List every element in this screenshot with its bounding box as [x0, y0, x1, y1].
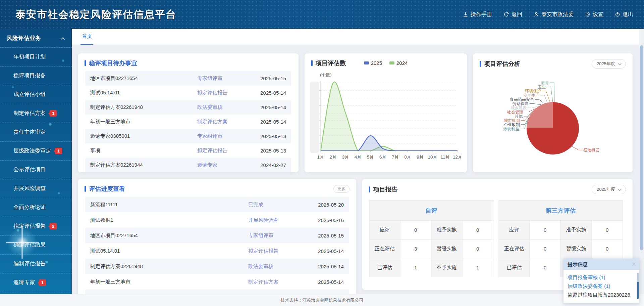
stat-label: 应评	[499, 221, 530, 239]
sidebar-item-subject-review[interactable]: 责任主体审定	[0, 123, 72, 142]
sidebar-group-risk-assessment[interactable]: 风险评估业务	[0, 29, 72, 48]
return-icon	[503, 12, 509, 17]
date: 2025-05-14	[251, 104, 286, 110]
sidebar-item-compile-report[interactable]: 编制评估报告	[0, 255, 72, 273]
app-window: 泰安市社会稳定风险评估信息平台 操作手册 返回 泰安市政法委 设置 退出	[0, 0, 644, 306]
project-name: 事项	[90, 147, 197, 154]
status-link[interactable]: 拟定评估报告	[248, 248, 309, 254]
sidebar-item-analysis[interactable]: 全面分析论证	[0, 198, 72, 217]
sidebar-item-invite-experts[interactable]: 邀请专家1	[0, 273, 72, 292]
gear-icon	[585, 12, 590, 17]
progress-row: 测试05.14.01拟定评估报告2025-05-14	[85, 243, 349, 259]
manual-button[interactable]: 操作手册	[463, 11, 492, 18]
sidebar-item-confirm-result[interactable]: 确定评估结果	[0, 236, 72, 255]
sidebar-item-annual-plan[interactable]: 年初项目计划	[0, 48, 72, 67]
sidebar-item-risk-survey[interactable]: 开展风险调查	[0, 179, 72, 198]
date: 2025-05-14	[251, 90, 286, 96]
date: 2025-05-15	[309, 233, 344, 238]
chevron-up-icon	[61, 35, 65, 42]
date: 2025-05-16	[309, 217, 344, 223]
stat-value: 0	[530, 258, 561, 277]
stat-value: 1	[400, 258, 431, 277]
footer: 技术支持：江苏海盟金网信息技术有限公司	[0, 294, 644, 306]
card-title: 项目报告	[373, 185, 397, 193]
count-badge: 1	[50, 110, 57, 117]
action-link[interactable]: 邀请专家	[197, 162, 251, 168]
toast-link[interactable]: 项目报备审核 (1)	[568, 273, 635, 282]
status-link[interactable]: 已完成	[248, 202, 309, 208]
title-bar-accent	[369, 186, 370, 192]
close-icon[interactable]	[632, 262, 636, 266]
svg-text:7月: 7月	[392, 155, 399, 160]
project-name: 新流程11111	[90, 202, 248, 208]
table-header: 第三方评估	[499, 201, 623, 221]
status-link[interactable]: 专家组评审	[248, 232, 309, 239]
toast-link[interactable]: 层级政法委备案 (1)	[568, 282, 635, 291]
logout-button[interactable]: 退出	[615, 11, 633, 18]
stat-value: 0	[530, 239, 561, 258]
status-link[interactable]: 开展风险调查	[248, 217, 309, 223]
svg-text:11月: 11月	[440, 155, 450, 160]
chevron-down-icon	[618, 61, 622, 67]
action-link[interactable]: 拟定评估报告	[197, 147, 251, 154]
stat-label: 正在评估	[499, 239, 530, 258]
tab-bar: 首页	[72, 29, 644, 45]
notification-toast: 提示信息 项目报备审核 (1) 层级政法委备案 (1) 简易过往项目报备2023…	[564, 259, 639, 303]
toast-title: 提示信息	[568, 261, 588, 268]
todo-row: 事项拟定评估报告2025-05-13	[85, 143, 291, 158]
status-link[interactable]: 政法委审核	[248, 263, 309, 270]
page-title: 泰安市社会稳定风险评估信息平台	[15, 8, 176, 21]
legend-item-2024[interactable]: 2024	[389, 60, 408, 66]
stat-value: 0	[530, 221, 561, 239]
project-name: 年初一般三方地市	[90, 279, 248, 285]
sidebar-item-publicize[interactable]: 公示评估项目	[0, 161, 72, 179]
date: 2025-05-13	[251, 133, 286, 139]
action-link[interactable]: 政法委审核	[197, 104, 251, 111]
action-link[interactable]: 专家组评审	[197, 133, 251, 139]
stat-label: 正在评估	[369, 239, 400, 258]
project-name: 制定评估方案02261944	[90, 162, 197, 168]
year-select[interactable]: 2025年度	[592, 185, 626, 194]
title-bar-accent	[85, 60, 86, 66]
sidebar-item-make-plan[interactable]: 制定评估方案1	[0, 104, 72, 123]
back-button[interactable]: 返回	[503, 11, 522, 18]
legend-item-2025[interactable]: 2025	[364, 60, 382, 66]
scrollbar-thumb[interactable]	[640, 45, 643, 250]
legend-swatch	[389, 61, 394, 64]
user-menu[interactable]: 泰安市政法委	[534, 11, 574, 18]
card-title: 稳评项目待办事宜	[89, 59, 137, 67]
legend-swatch	[364, 61, 369, 64]
date: 2024-02-27	[251, 162, 286, 168]
status-link[interactable]: 制定评估方案	[248, 279, 309, 285]
year-select[interactable]: 2025年度	[592, 59, 626, 69]
action-link[interactable]: 拟定评估报告	[197, 90, 251, 96]
sidebar-item-project-filing[interactable]: 稳评项目报备	[0, 67, 72, 85]
project-name: 年初一般三方地市	[90, 119, 197, 125]
toast-scrollbar-thumb[interactable]	[637, 273, 639, 299]
action-link[interactable]: 制定评估方案	[197, 119, 251, 125]
more-button[interactable]: 更多	[333, 185, 350, 193]
stat-label: 已评估	[499, 258, 530, 277]
tab-home[interactable]: 首页	[80, 33, 93, 45]
date: 2025-05-14	[309, 279, 344, 285]
svg-text:涉农利益: 涉农利益	[503, 127, 519, 131]
count-badge: 2	[50, 223, 57, 229]
svg-text:1月: 1月	[317, 155, 324, 160]
todo-row: 邀请专家0305001专家组评审2025-05-13	[85, 129, 291, 143]
stat-label: 不予实施	[431, 258, 463, 277]
action-link[interactable]: 专家组评审	[197, 75, 251, 82]
table-header: 自评	[369, 201, 493, 221]
sidebar-item-committee-review[interactable]: 层级政法委审定1	[0, 142, 72, 161]
stat-label: 准予实施	[431, 221, 463, 239]
sidebar-item-form-team[interactable]: 成立评估小组	[0, 85, 72, 104]
settings-button[interactable]: 设置	[585, 11, 603, 18]
power-icon	[615, 12, 620, 17]
stat-value: 1	[462, 258, 493, 277]
app-header: 泰安市社会稳定风险评估信息平台 操作手册 返回 泰安市政法委 设置 退出	[0, 0, 644, 29]
sidebar-item-draft-report[interactable]: 拟定评估报告2	[0, 217, 72, 236]
toast-text: 简易过往项目报备20230226	[568, 291, 635, 299]
date: 2025-05-14	[309, 264, 344, 269]
count-badge: 1	[55, 148, 62, 154]
count-badge: 1	[39, 279, 46, 286]
progress-row: 制定评估方案02261948政法委审核2025-05-14	[85, 259, 349, 274]
